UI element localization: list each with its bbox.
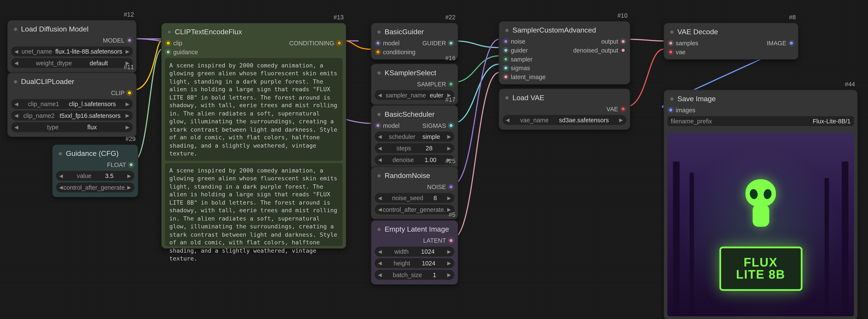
collapse-icon[interactable]: [670, 30, 674, 34]
chevron-left-icon[interactable]: ◀: [14, 60, 18, 66]
chevron-left-icon[interactable]: ◀: [378, 145, 382, 151]
chevron-right-icon[interactable]: ▶: [127, 173, 131, 179]
chevron-right-icon[interactable]: ▶: [126, 113, 129, 118]
input-guidance[interactable]: guidance: [166, 48, 198, 56]
chevron-right-icon[interactable]: ▶: [447, 145, 451, 151]
node-clip-text-encode-flux[interactable]: #13 CLIPTextEncodeFlux clip guidance CON…: [161, 23, 346, 249]
port-icon[interactable]: [376, 123, 380, 128]
output-output[interactable]: output: [573, 38, 625, 45]
output-sampler[interactable]: SAMPLER: [417, 80, 453, 88]
output-latent[interactable]: LATENT: [423, 237, 453, 244]
output-noise[interactable]: NOISE: [427, 183, 453, 191]
widget-width[interactable]: ◀width1024▶: [375, 247, 454, 257]
node-guidance-cfg[interactable]: #29 Guidance (CFG) FLOAT ◀value3.5▶ ◀con…: [52, 144, 138, 198]
widget-batch-size[interactable]: ◀batch_size1▶: [375, 270, 454, 280]
port-icon[interactable]: [449, 123, 453, 128]
port-icon[interactable]: [504, 57, 508, 62]
port-icon[interactable]: [166, 50, 170, 54]
chevron-right-icon[interactable]: ▶: [126, 125, 129, 130]
port-icon[interactable]: [376, 41, 380, 45]
output-sigmas[interactable]: SIGMAS: [422, 122, 453, 129]
port-icon[interactable]: [449, 82, 453, 86]
node-title[interactable]: Load VAE: [499, 89, 630, 105]
port-icon[interactable]: [129, 163, 133, 167]
widget-control-after-generate[interactable]: ◀control_after_generate.▶: [56, 182, 134, 192]
widget-clip-name2[interactable]: ◀clip_name2t5xxl_fp16.safetensors▶: [11, 111, 133, 120]
prompt-textarea-1[interactable]: A scene inspired by 2000 comedy animatio…: [165, 58, 343, 161]
node-title[interactable]: KSamplerSelect: [371, 64, 458, 80]
collapse-icon[interactable]: [377, 173, 381, 178]
collapse-icon[interactable]: [505, 28, 509, 32]
chevron-right-icon[interactable]: ▶: [447, 195, 451, 201]
node-dual-clip-loader[interactable]: #11 DualCLIPLoader CLIP ◀clip_name1clip_…: [7, 73, 137, 137]
widget-steps[interactable]: ◀steps28▶: [375, 143, 454, 153]
output-model[interactable]: MODEL: [103, 37, 132, 44]
port-icon[interactable]: [669, 108, 673, 112]
chevron-left-icon[interactable]: ◀: [59, 173, 63, 179]
node-load-diffusion-model[interactable]: #12 Load Diffusion Model MODEL ◀unet_nam…: [7, 20, 137, 73]
node-title[interactable]: DualCLIPLoader: [8, 73, 136, 89]
node-vae-decode[interactable]: #8 VAE Decode samples vae IMAGE: [663, 23, 798, 60]
widget-noise-seed[interactable]: ◀noise_seed8▶: [375, 193, 454, 203]
node-load-vae[interactable]: Load VAE VAE ◀vae_namesd3ae.safetensors▶: [499, 88, 630, 130]
collapse-icon[interactable]: [13, 79, 18, 84]
output-guider[interactable]: GUIDER: [422, 39, 453, 47]
widget-type[interactable]: ◀typeflux▶: [11, 122, 133, 132]
port-icon[interactable]: [621, 48, 625, 52]
chevron-left-icon[interactable]: ◀: [378, 92, 382, 98]
input-noise[interactable]: noise: [504, 38, 546, 45]
chevron-right-icon[interactable]: ▶: [619, 117, 623, 123]
port-icon[interactable]: [449, 238, 453, 243]
port-icon[interactable]: [621, 107, 625, 111]
input-images[interactable]: images: [669, 106, 695, 114]
node-title[interactable]: BasicScheduler: [371, 106, 458, 122]
port-icon[interactable]: [449, 41, 453, 45]
chevron-left-icon[interactable]: ◀: [378, 272, 382, 278]
port-icon[interactable]: [337, 41, 341, 45]
collapse-icon[interactable]: [670, 97, 674, 101]
output-denoised[interactable]: denoised_output: [573, 46, 625, 54]
chevron-right-icon[interactable]: ▶: [127, 185, 131, 190]
port-icon[interactable]: [127, 38, 132, 42]
port-icon[interactable]: [166, 41, 170, 45]
port-icon[interactable]: [669, 41, 673, 45]
port-icon[interactable]: [504, 66, 508, 70]
input-guider[interactable]: guider: [504, 46, 546, 54]
port-icon[interactable]: [127, 91, 132, 95]
output-vae[interactable]: VAE: [607, 105, 625, 113]
widget-clip-name1[interactable]: ◀clip_name1clip_l.safetensors▶: [11, 99, 133, 109]
node-sampler-custom-advanced[interactable]: #10 SamplerCustomAdvanced noise guider s…: [499, 21, 630, 85]
output-float[interactable]: FLOAT: [107, 161, 133, 169]
output-image[interactable]: IMAGE: [767, 39, 794, 47]
input-clip[interactable]: clip: [166, 39, 198, 47]
collapse-icon[interactable]: [377, 30, 381, 34]
collapse-icon[interactable]: [13, 27, 18, 31]
chevron-left-icon[interactable]: ◀: [59, 185, 63, 190]
port-icon[interactable]: [789, 41, 794, 45]
chevron-left-icon[interactable]: ◀: [14, 125, 18, 130]
port-icon[interactable]: [621, 39, 625, 44]
chevron-right-icon[interactable]: ▶: [126, 49, 129, 54]
input-latent-image[interactable]: latent_image: [504, 73, 546, 81]
input-sigmas[interactable]: sigmas: [504, 64, 546, 72]
chevron-right-icon[interactable]: ▶: [447, 134, 451, 139]
chevron-right-icon[interactable]: ▶: [126, 101, 129, 107]
chevron-left-icon[interactable]: ◀: [14, 113, 18, 118]
output-clip[interactable]: CLIP: [111, 89, 131, 97]
node-title[interactable]: Save Image: [664, 90, 857, 106]
prompt-textarea-2[interactable]: A scene inspired by 2000 comedy animatio…: [165, 163, 343, 246]
port-icon[interactable]: [504, 48, 508, 52]
node-title[interactable]: BasicGuider: [371, 23, 458, 39]
widget-filename-prefix[interactable]: filename_prefixFlux-Lite-8B/1: [668, 116, 854, 126]
collapse-icon[interactable]: [377, 112, 381, 116]
chevron-right-icon[interactable]: ▶: [447, 249, 451, 254]
node-save-image[interactable]: #44 Save Image images filename_prefixFlu…: [663, 90, 858, 319]
chevron-left-icon[interactable]: ◀: [378, 195, 382, 201]
collapse-icon[interactable]: [167, 30, 172, 34]
node-basic-guider[interactable]: #22 BasicGuider model conditioning GUIDE…: [371, 23, 458, 60]
chevron-left-icon[interactable]: ◀: [378, 207, 382, 212]
port-icon[interactable]: [504, 75, 508, 79]
chevron-left-icon[interactable]: ◀: [378, 260, 382, 266]
widget-unet-name[interactable]: ◀unet_nameflux.1-lite-8B.safetensors▶: [11, 46, 133, 56]
input-vae[interactable]: vae: [669, 48, 699, 56]
